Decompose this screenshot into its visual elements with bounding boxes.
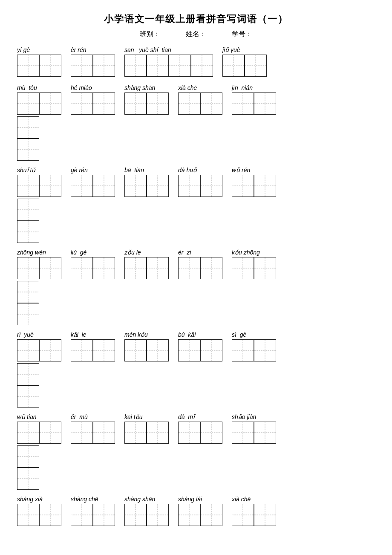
- char-box[interactable]: [39, 257, 61, 279]
- char-box[interactable]: [124, 55, 147, 77]
- char-box[interactable]: [178, 422, 200, 444]
- char-box[interactable]: [93, 339, 115, 361]
- char-box[interactable]: [232, 422, 254, 444]
- word-shang-shan-7: shàng shān: [124, 496, 169, 526]
- char-box[interactable]: [71, 92, 93, 115]
- char-box[interactable]: [191, 55, 213, 77]
- row-7: shàng xià shàng chē shàng shān: [17, 496, 375, 528]
- char-box[interactable]: [17, 92, 39, 115]
- char-box[interactable]: [93, 175, 115, 197]
- word-er-ren: èr rén: [71, 46, 115, 77]
- char-box-extra[interactable]: [17, 385, 39, 408]
- exercise-content: yí gè èr rén sān yuè shí tiān: [17, 46, 375, 534]
- row-5: rì yuè kāi le mén kǒu: [17, 331, 375, 408]
- word-shui-tu: shuǐ tǔ: [17, 167, 61, 197]
- char-box[interactable]: [232, 257, 254, 279]
- char-box[interactable]: [232, 92, 254, 115]
- char-box[interactable]: [124, 339, 147, 361]
- char-box[interactable]: [200, 92, 222, 115]
- char-box[interactable]: [71, 257, 93, 279]
- char-box[interactable]: [39, 504, 61, 526]
- char-box[interactable]: [147, 339, 169, 361]
- char-box[interactable]: [222, 55, 245, 77]
- char-box[interactable]: [232, 504, 254, 526]
- word-ba-tian: bā tiān: [124, 167, 169, 197]
- char-box[interactable]: [124, 422, 147, 444]
- char-box[interactable]: [93, 55, 115, 77]
- char-box[interactable]: [71, 422, 93, 444]
- char-box[interactable]: [71, 175, 93, 197]
- char-box[interactable]: [17, 175, 39, 197]
- word-men-kou: mén kǒu: [124, 331, 169, 361]
- char-box[interactable]: [39, 55, 61, 77]
- char-box[interactable]: [17, 257, 39, 279]
- char-box[interactable]: [93, 257, 115, 279]
- char-box[interactable]: [71, 55, 93, 77]
- id-label: 学号：: [232, 30, 252, 39]
- header-row: 班别： 姓名： 学号：: [17, 30, 375, 39]
- char-box-extra[interactable]: [17, 199, 39, 221]
- char-box[interactable]: [147, 175, 169, 197]
- char-box[interactable]: [124, 504, 147, 526]
- word-bu-kai: bù kāi: [178, 331, 222, 361]
- char-box[interactable]: [254, 92, 276, 115]
- char-box[interactable]: [254, 504, 276, 526]
- char-box-extra[interactable]: [17, 221, 39, 243]
- char-box[interactable]: [147, 92, 169, 115]
- word-er-mu: ěr mù: [71, 413, 115, 444]
- char-box[interactable]: [245, 55, 267, 77]
- char-box[interactable]: [254, 175, 276, 197]
- char-box-extra[interactable]: [17, 363, 39, 385]
- char-box-extra[interactable]: [17, 116, 39, 139]
- char-box-extra[interactable]: [17, 445, 39, 468]
- char-box[interactable]: [254, 339, 276, 361]
- char-box-extra[interactable]: [17, 139, 39, 161]
- name-label: 姓名：: [186, 30, 206, 39]
- char-box-extra[interactable]: [17, 303, 39, 325]
- char-box[interactable]: [93, 504, 115, 526]
- word-liu-ge: liù gè: [71, 249, 115, 279]
- char-box[interactable]: [200, 422, 222, 444]
- word-xia-che: xià chē: [178, 84, 222, 115]
- char-box[interactable]: [124, 257, 147, 279]
- char-box[interactable]: [17, 55, 39, 77]
- char-box[interactable]: [17, 504, 39, 526]
- char-box-extra[interactable]: [17, 468, 39, 490]
- char-box[interactable]: [232, 339, 254, 361]
- char-box[interactable]: [17, 339, 39, 361]
- char-box[interactable]: [39, 175, 61, 197]
- word-shang-shan-2: shàng shān: [124, 84, 169, 115]
- char-box[interactable]: [71, 504, 93, 526]
- char-box[interactable]: [39, 92, 61, 115]
- char-box[interactable]: [200, 175, 222, 197]
- char-box-extra[interactable]: [17, 281, 39, 303]
- char-box[interactable]: [254, 257, 276, 279]
- word-kai-le: kāi le: [71, 331, 115, 361]
- char-box[interactable]: [232, 175, 254, 197]
- char-box[interactable]: [200, 257, 222, 279]
- word-ri-yue: rì yuè: [17, 331, 61, 361]
- char-box[interactable]: [178, 339, 200, 361]
- char-box[interactable]: [178, 257, 200, 279]
- char-box[interactable]: [17, 422, 39, 444]
- char-box[interactable]: [147, 257, 169, 279]
- char-box[interactable]: [254, 422, 276, 444]
- char-box[interactable]: [178, 504, 200, 526]
- char-box[interactable]: [178, 92, 200, 115]
- char-box[interactable]: [169, 55, 191, 77]
- char-box[interactable]: [200, 339, 222, 361]
- char-box[interactable]: [200, 504, 222, 526]
- char-box[interactable]: [147, 504, 169, 526]
- char-box[interactable]: [147, 55, 169, 77]
- char-box[interactable]: [147, 422, 169, 444]
- char-box[interactable]: [124, 92, 147, 115]
- char-box[interactable]: [71, 339, 93, 361]
- word-kai-tou: kāi tǒu: [124, 413, 169, 444]
- char-box[interactable]: [124, 175, 147, 197]
- char-box[interactable]: [93, 422, 115, 444]
- word-da-mi: dà mǐ: [178, 413, 222, 444]
- char-box[interactable]: [39, 422, 61, 444]
- char-box[interactable]: [39, 339, 61, 361]
- char-box[interactable]: [93, 92, 115, 115]
- char-box[interactable]: [178, 175, 200, 197]
